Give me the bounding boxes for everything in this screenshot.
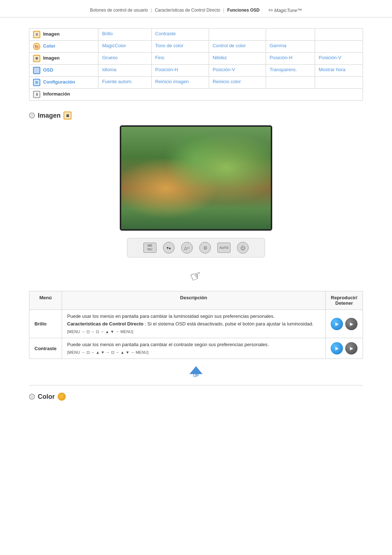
contraste-desc-main: Puede usar los menús en pantalla para ca… — [67, 342, 320, 347]
top-navigation: Botones de control de usuario | Caracter… — [0, 0, 392, 17]
color-section-heading: Color — [29, 393, 363, 401]
menu-cell-empty6 — [315, 77, 363, 89]
contraste-play-btn2[interactable]: ▶ — [345, 342, 358, 355]
menu-col-brillo: Brillo — [29, 310, 62, 338]
brillo-play-btn1[interactable]: ▶ — [331, 318, 343, 330]
brillo-play-btn2[interactable]: ▶ — [345, 318, 358, 330]
nav-item-osd[interactable]: Funciones OSD — [227, 8, 260, 13]
menu-cell-fino[interactable]: Fino — [151, 53, 209, 65]
menu-cell-empty5 — [266, 77, 315, 89]
menu-cell-fuente[interactable]: Fuente autom. — [98, 77, 151, 89]
menu-cell-nitidez[interactable]: Nitidez — [209, 53, 266, 65]
menu-cell-reinicio-color[interactable]: Reinicio color — [209, 77, 266, 89]
menu-label-imagen2[interactable]: ⚙ Imagen — [29, 53, 98, 65]
monitor-screen-content — [121, 127, 271, 229]
info-icon: ℹ — [33, 91, 40, 98]
table-row: 🎨 Color MagicColor Tono de color Control… — [29, 41, 363, 53]
menu-cell-contraste[interactable]: Contraste — [151, 29, 209, 41]
imagen-icon: 🖥 — [33, 31, 40, 38]
th-description: Descripción — [62, 291, 326, 310]
table-row: 🖥 Imagen Brillo Contraste — [29, 29, 363, 41]
brillo-label: Brillo — [34, 321, 46, 327]
contraste-label: Contraste — [34, 346, 57, 351]
menu-cell-posicion-h2[interactable]: Posición-H — [151, 65, 209, 77]
menu-label-color[interactable]: 🎨 Color — [29, 41, 98, 53]
brillo-bold-text: Características de Control Directo — [67, 321, 143, 327]
menu-cell-magiccolor[interactable]: MagicColor — [98, 41, 151, 53]
menu-cell-reinicio-imagen[interactable]: Reinicio imagen — [151, 77, 209, 89]
menu-cell-empty1 — [209, 29, 266, 41]
action-col-contraste: ▶ ▶ — [326, 338, 363, 359]
desc-col-contraste: Puede usar los menús en pantalla para ca… — [62, 338, 326, 359]
section-title-color: Color — [38, 393, 55, 401]
down-up-button[interactable]: ▾▴ — [163, 242, 175, 254]
nav-brand-name: MagicTune™ — [274, 8, 302, 13]
menu-col-contraste: Contraste — [29, 338, 62, 359]
nav-arrow-icon: ⇔ — [268, 7, 273, 13]
finger-pointer-area: ☞ — [29, 268, 363, 284]
brillo-formula: [MENU → ⊡ → ⊡ → ▲ ▼ → MENU] — [67, 329, 320, 334]
menu-label-info[interactable]: ℹ Información — [29, 89, 363, 101]
action-col-brillo: ▶ ▶ — [326, 310, 363, 338]
menu-cell-brillo[interactable]: Brillo — [98, 29, 151, 41]
section-divider — [29, 385, 363, 385]
table-row: ℹ Información — [29, 89, 363, 101]
menu-label-config[interactable]: ⊞ Configuración — [29, 77, 98, 89]
auto-button[interactable]: AUTO — [217, 243, 230, 253]
menu-cell-grueso[interactable]: Grueso — [98, 53, 151, 65]
up-label: UP — [193, 373, 199, 378]
nav-item-direct[interactable]: Características de Control Directo — [155, 8, 220, 13]
menu-cell-empty4 — [315, 41, 363, 53]
th-menu: Menú — [29, 291, 62, 310]
label-text: OSD — [43, 67, 53, 73]
label-text: Color — [43, 43, 56, 49]
brightness-button[interactable]: △/○ — [181, 242, 193, 254]
menu-table: 🖥 Imagen Brillo Contraste 🎨 Color MagicC… — [29, 28, 363, 101]
menu-button[interactable]: MENU — [143, 243, 156, 253]
imagen2-icon: ⚙ — [33, 55, 40, 62]
menu-cell-posicion-v2[interactable]: Posición-V — [209, 65, 266, 77]
desc-row-contraste: Contraste Puede usar los menús en pantal… — [29, 338, 363, 359]
nav-item-buttons[interactable]: Botones de control de usuario — [90, 8, 148, 13]
label-text: Información — [43, 91, 70, 97]
menu-cell-control-color[interactable]: Control de color — [209, 41, 266, 53]
contraste-play-buttons: ▶ ▶ — [331, 342, 358, 355]
contraste-formula: [MENU → ⊡ → ▲ ▼ → ⊡ → ▲ ▼ → MENU] — [67, 350, 320, 355]
osd-icon — [33, 67, 40, 74]
brillo-desc-main: Puede usar los menús en pantalla para ca… — [67, 313, 320, 319]
up-arrow-area: UP — [29, 366, 363, 378]
table-row: ⚙ Imagen Grueso Fino Nitidez Posición-H … — [29, 53, 363, 65]
menu-cell-mostrar-hora[interactable]: Mostrar hora — [315, 65, 363, 77]
nav-divider-1: | — [151, 8, 152, 13]
source-button[interactable]: ⊡ — [199, 242, 211, 254]
table-row: ⊞ Configuración Fuente autom. Reinicio i… — [29, 77, 363, 89]
contraste-play-btn1[interactable]: ▶ — [331, 342, 343, 355]
menu-cell-idioma[interactable]: Idioma — [98, 65, 151, 77]
menu-cell-tono[interactable]: Tono de color — [151, 41, 209, 53]
section-small-icon-imagen: 🖥 — [64, 112, 72, 119]
section-title-imagen: Imagen — [38, 112, 61, 119]
brillo-play-buttons: ▶ ▶ — [331, 318, 358, 330]
config-icon: ⊞ — [33, 79, 40, 86]
description-table: Menú Descripción Reproducir/Detener Bril… — [29, 291, 363, 359]
menu-cell-posicion-h1[interactable]: Posición-H — [266, 53, 315, 65]
menu-label-osd[interactable]: OSD — [29, 65, 98, 77]
menu-cell-posicion-v1[interactable]: Posición-V — [315, 53, 363, 65]
nav-divider-2: | — [223, 8, 224, 13]
desc-col-brillo: Puede usar los menús en pantalla para ca… — [62, 310, 326, 338]
menu-cell-gamma[interactable]: Gamma — [266, 41, 315, 53]
desc-row-brillo: Brillo Puede usar los menús en pantalla … — [29, 310, 363, 338]
power-button[interactable]: ⏻ — [237, 242, 249, 254]
menu-cell-empty2 — [266, 29, 315, 41]
imagen-section-heading: Imagen 🖥 — [29, 112, 363, 119]
main-content: 🖥 Imagen Brillo Contraste 🎨 Color MagicC… — [0, 25, 392, 410]
finger-pointer-icon: ☞ — [188, 267, 204, 285]
nav-brand-area: ⇔ MagicTune™ — [268, 7, 302, 13]
brillo-desc-direct: Características de Control Directo : Si … — [67, 321, 320, 327]
menu-cell-transparenc[interactable]: Transparenc. — [266, 65, 315, 77]
label-text: Imagen — [43, 31, 60, 37]
menu-cell-empty3 — [315, 29, 363, 41]
menu-label-imagen[interactable]: 🖥 Imagen — [29, 29, 98, 41]
section-small-icon-color — [58, 393, 66, 401]
color-section-dot — [29, 394, 35, 400]
